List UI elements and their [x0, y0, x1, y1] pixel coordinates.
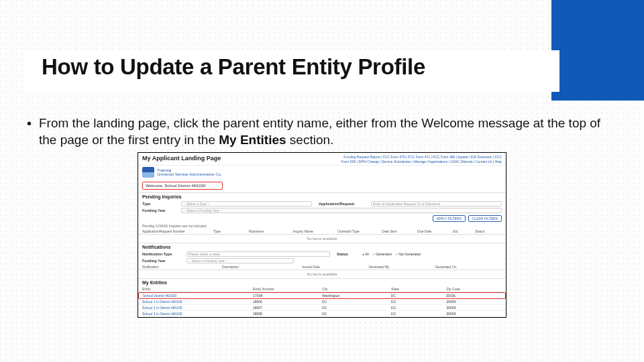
col: Entity Number: [253, 287, 322, 291]
bullet-text-bold: My Entities: [219, 133, 286, 147]
embedded-screenshot: My Applicant Landing Page Funding Reques…: [138, 152, 506, 318]
col: Inquiry Name: [293, 229, 337, 233]
entity-row: School 3 in District 460100 18008 DC DC …: [138, 311, 506, 317]
usac-logo-icon: [142, 167, 154, 178]
ss-entities-title: My Entities: [138, 278, 506, 286]
entity-state: DC: [391, 294, 446, 298]
entity-zip: 20009: [447, 300, 502, 304]
col: Issued Date: [302, 265, 368, 269]
status-all: All: [362, 252, 369, 256]
pending-note: Pending COMAD Inquiries are not included…: [138, 223, 506, 229]
type-select: -- Select a Type --: [181, 201, 312, 206]
apply-filters-button: APPLY FILTERS: [433, 215, 466, 222]
col: Generated By: [368, 265, 435, 269]
ss-pending-title: Pending Inquiries: [138, 192, 506, 200]
col: Application/Request Number: [142, 229, 213, 233]
entity-row: School 1 in District 460100 18006 DC DC …: [138, 299, 506, 305]
entity-state: DC: [391, 312, 446, 316]
status-not-generated: Not Generated: [396, 252, 421, 256]
slide-title: How to Update a Parent Entity Profile: [42, 54, 559, 80]
col: Ext.: [453, 229, 475, 233]
col: Notification: [142, 265, 222, 269]
col: Type: [213, 229, 249, 233]
notif-table-header: Notification Description Issued Date Gen…: [138, 264, 506, 270]
ss-logo-line-2: Universal Service Administrative Co.: [157, 172, 222, 176]
entity-city: DC: [322, 306, 391, 310]
ss-top-links: Funding Request Report | FCC Form 470 | …: [341, 155, 502, 164]
col: City: [322, 287, 391, 291]
appreq-input: Enter an Application Request ID or Nickn…: [371, 201, 502, 206]
ss-logo-text: Training Universal Service Administrativ…: [157, 168, 222, 176]
type-label: Type: [142, 202, 174, 206]
ss-notif-filter-2: Funding Year -- Select a Funding Year --: [138, 257, 506, 264]
col: Description: [222, 265, 302, 269]
status-generated: Generated: [373, 252, 392, 256]
entity-city: Washington: [322, 294, 391, 298]
ss-notif-filter-1: Notification Type Please select a value …: [138, 251, 506, 257]
ss-header: My Applicant Landing Page Funding Reques…: [138, 153, 506, 166]
ss-welcome-highlight: Welcome, School District 460100!: [142, 182, 223, 190]
ss-pending-filter-1: Type -- Select a Type -- Application/Req…: [138, 200, 506, 207]
ss-logo-row: Training Universal Service Administrativ…: [138, 166, 506, 180]
bullet-text-suffix: section.: [286, 133, 334, 147]
pending-table-header: Application/Request Number Type Nickname…: [138, 229, 506, 235]
col: Generated On: [435, 265, 502, 269]
bullet-list: From the landing page, click the parent …: [25, 115, 621, 148]
appreq-label: Application/Request: [319, 202, 364, 206]
entity-state: DC: [391, 306, 446, 310]
status-radio-group: All Generated Not Generated: [362, 252, 502, 256]
entity-zip: 20009: [447, 306, 502, 310]
col: Date Sent: [382, 229, 417, 233]
entity-number: 18006: [253, 300, 322, 304]
entity-name: School 1 in District 460100: [142, 300, 253, 304]
entity-number: 18007: [253, 306, 322, 310]
title-container: How to Update a Parent Entity Profile: [23, 50, 559, 92]
status-label: Status: [337, 252, 356, 256]
entity-city: DC: [322, 312, 391, 316]
col: Due Date: [417, 229, 453, 233]
notif-type-select: Please select a value: [186, 251, 330, 257]
notif-fy-select: -- Select a Funding Year --: [186, 258, 294, 263]
slide: How to Update a Parent Entity Profile Fr…: [0, 0, 644, 318]
col: Entity: [142, 287, 253, 291]
ss-pending-filter-2: Funding Year -- Select a Funding Year --: [138, 207, 506, 214]
entity-zip: 20009: [447, 312, 502, 316]
ss-top-link-row-2: Form 500 | SPIN Change | Service Substit…: [341, 160, 502, 164]
col: State: [391, 287, 446, 291]
ss-top-link-row-1: Funding Request Report | FCC Form 470 | …: [341, 155, 502, 160]
ss-page-title: My Applicant Landing Page: [142, 155, 221, 164]
entities-table-header: Entity Entity Number City State Zip Code: [138, 286, 506, 292]
entity-number: 18008: [253, 312, 322, 316]
ss-notif-title: Notifications: [138, 243, 506, 251]
ss-filter-buttons: APPLY FILTERS CLEAR FILTERS: [138, 214, 506, 223]
fy-label: Funding Year: [142, 208, 174, 213]
fy-select: -- Select a Funding Year --: [181, 208, 502, 213]
entity-name: School 3 in District 460100: [142, 312, 253, 316]
entity-number: 17009: [253, 294, 322, 298]
col: Outreach Type: [337, 229, 382, 233]
notif-fy-label: Funding Year: [142, 259, 180, 263]
col: Status: [475, 229, 502, 233]
col: Zip Code: [447, 287, 502, 291]
entity-name: School District 460100: [143, 294, 253, 298]
entity-zip: 20036: [446, 294, 501, 298]
entity-row: School 2 in District 460100 18007 DC DC …: [138, 305, 506, 311]
entity-row-highlight: School District 460100 17009 Washington …: [138, 292, 506, 299]
pending-empty: No items available: [138, 235, 506, 243]
entity-state: DC: [391, 300, 446, 304]
notif-type-label: Notification Type: [142, 252, 180, 256]
clear-filters-button: CLEAR FILTERS: [468, 215, 502, 222]
entity-name: School 2 in District 460100: [142, 306, 253, 310]
entity-city: DC: [322, 300, 391, 304]
col: Nickname: [249, 229, 293, 233]
notif-empty: No items available: [138, 270, 506, 278]
bullet-item: From the landing page, click the parent …: [25, 115, 621, 148]
